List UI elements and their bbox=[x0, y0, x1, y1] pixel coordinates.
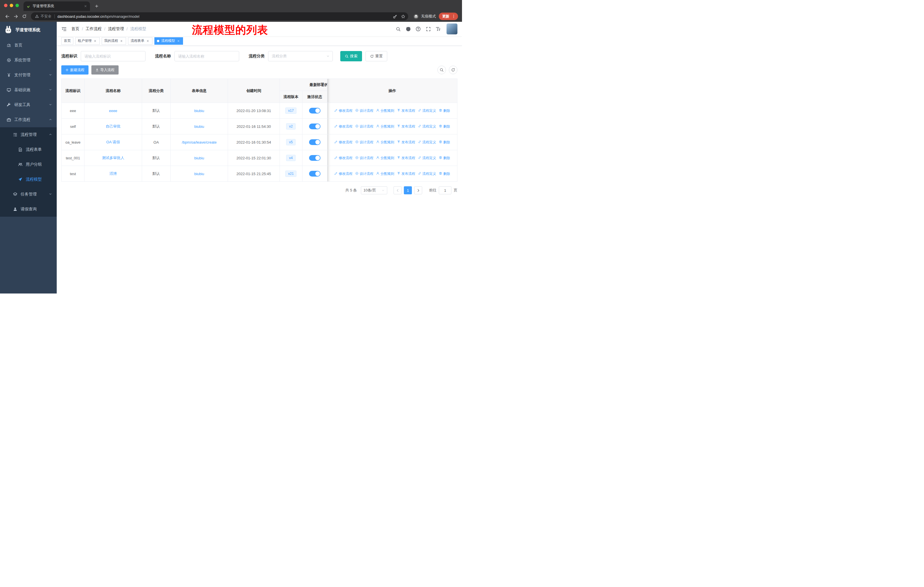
action-assign-rule[interactable]: 分配规则 bbox=[376, 171, 394, 176]
action-publish-process[interactable]: 发布流程 bbox=[397, 124, 415, 129]
tag-my-process[interactable]: 我的流程 bbox=[102, 37, 126, 45]
active-toggle[interactable] bbox=[309, 108, 320, 114]
forward-button[interactable] bbox=[12, 12, 20, 21]
process-name-link[interactable]: 滔博 bbox=[109, 171, 117, 176]
sidebar-item-infrastructure[interactable]: 基础设施 bbox=[0, 83, 57, 98]
goto-page-input[interactable] bbox=[439, 186, 451, 194]
not-secure-badge[interactable]: 不安全 bbox=[35, 14, 51, 19]
close-icon[interactable] bbox=[177, 39, 180, 43]
font-size-icon[interactable] bbox=[435, 26, 441, 32]
active-toggle[interactable] bbox=[309, 124, 320, 129]
action-design-process[interactable]: 设计流程 bbox=[355, 140, 373, 145]
window-zoom-button[interactable] bbox=[15, 4, 19, 7]
tag-home[interactable]: 首页 bbox=[61, 37, 73, 45]
sidebar-item-user-group[interactable]: 用户分组 bbox=[0, 157, 57, 172]
sidebar-item-home[interactable]: 首页 bbox=[0, 38, 57, 53]
new-tab-button[interactable] bbox=[92, 2, 101, 10]
sidebar-item-leave-query[interactable]: 请假查询 bbox=[0, 202, 57, 217]
avatar[interactable] bbox=[447, 23, 457, 35]
action-process-definition[interactable]: 流程定义 bbox=[418, 108, 436, 113]
action-edit-process[interactable]: 修改流程 bbox=[334, 124, 352, 129]
action-design-process[interactable]: 设计流程 bbox=[355, 108, 373, 113]
action-design-process[interactable]: 设计流程 bbox=[355, 124, 373, 129]
refresh-table-button[interactable] bbox=[449, 66, 457, 74]
action-delete-process[interactable]: 删除 bbox=[439, 124, 450, 129]
active-toggle[interactable] bbox=[309, 171, 320, 177]
process-id-input[interactable] bbox=[81, 51, 145, 61]
window-minimize-button[interactable] bbox=[10, 4, 13, 7]
form-info-link[interactable]: /bpm/oa/leave/create bbox=[182, 140, 216, 144]
breadcrumb-item-home[interactable]: 首页 bbox=[71, 26, 79, 31]
create-process-button[interactable]: 新建流程 bbox=[61, 65, 89, 74]
tag-process-form[interactable]: 流程表单 bbox=[128, 37, 152, 45]
reset-button[interactable]: 重置 bbox=[365, 51, 387, 61]
action-delete-process[interactable]: 删除 bbox=[439, 171, 450, 176]
action-publish-process[interactable]: 发布流程 bbox=[397, 108, 415, 113]
action-edit-process[interactable]: 修改流程 bbox=[334, 171, 352, 176]
action-publish-process[interactable]: 发布流程 bbox=[397, 171, 415, 176]
update-button[interactable]: 更新 bbox=[439, 13, 458, 20]
back-button[interactable] bbox=[3, 12, 12, 21]
breadcrumb-item-process-management[interactable]: 流程管理 bbox=[108, 26, 124, 31]
action-process-definition[interactable]: 流程定义 bbox=[418, 140, 436, 145]
action-process-definition[interactable]: 流程定义 bbox=[418, 124, 436, 129]
close-icon[interactable] bbox=[119, 39, 124, 43]
password-key-icon[interactable] bbox=[391, 12, 399, 20]
app-logo[interactable]: 芋道管理系统 bbox=[0, 22, 57, 38]
sidebar-item-process-form[interactable]: 流程表单 bbox=[0, 142, 57, 157]
form-info-link[interactable]: biubiu bbox=[194, 124, 204, 129]
sidebar-item-process-model[interactable]: 流程模型 bbox=[0, 172, 57, 187]
action-assign-rule[interactable]: 分配规则 bbox=[376, 140, 394, 145]
toggle-search-button[interactable] bbox=[437, 66, 446, 74]
github-icon[interactable] bbox=[405, 26, 411, 32]
action-publish-process[interactable]: 发布流程 bbox=[397, 155, 415, 160]
close-icon[interactable] bbox=[93, 39, 97, 43]
active-toggle[interactable] bbox=[309, 155, 320, 161]
action-delete-process[interactable]: 删除 bbox=[439, 108, 450, 113]
sidebar-item-payment-management[interactable]: 支付管理 bbox=[0, 68, 57, 83]
process-name-link[interactable]: OA 请假 bbox=[106, 140, 120, 144]
sidebar-item-dev-tools[interactable]: 研发工具 bbox=[0, 98, 57, 112]
action-process-definition[interactable]: 流程定义 bbox=[418, 171, 436, 176]
tab-close-icon[interactable] bbox=[84, 5, 87, 8]
browser-menu-dots-icon[interactable] bbox=[450, 13, 457, 20]
active-toggle[interactable] bbox=[309, 139, 320, 145]
search-button[interactable]: 搜索 bbox=[340, 51, 362, 61]
action-design-process[interactable]: 设计流程 bbox=[355, 155, 373, 160]
help-icon[interactable] bbox=[415, 26, 421, 32]
tag-process-model[interactable]: 流程模型 bbox=[154, 37, 183, 45]
bookmark-star-icon[interactable] bbox=[399, 12, 407, 20]
sidebar-item-task-management[interactable]: 任务管理 bbox=[0, 187, 57, 202]
collapse-sidebar-icon[interactable] bbox=[61, 26, 67, 32]
action-assign-rule[interactable]: 分配规则 bbox=[376, 155, 394, 160]
breadcrumb-item-workflow[interactable]: 工作流程 bbox=[86, 26, 102, 31]
reload-button[interactable] bbox=[20, 12, 29, 21]
form-info-link[interactable]: biubiu bbox=[194, 172, 204, 176]
process-name-link[interactable]: eeee bbox=[109, 109, 117, 113]
action-assign-rule[interactable]: 分配规则 bbox=[376, 108, 394, 113]
browser-tab[interactable]: 芋道管理系统 bbox=[23, 2, 90, 11]
window-close-button[interactable] bbox=[4, 4, 7, 7]
page-1-button[interactable]: 1 bbox=[404, 186, 412, 194]
action-edit-process[interactable]: 修改流程 bbox=[334, 140, 352, 145]
process-name-input[interactable] bbox=[175, 51, 239, 61]
address-bar[interactable]: 不安全 dashboard.yudao.iocoder.cn/bpm/manag… bbox=[31, 12, 408, 20]
prev-page-button[interactable] bbox=[394, 186, 402, 194]
sidebar-item-process-management[interactable]: 流程管理 bbox=[0, 127, 57, 142]
next-page-button[interactable] bbox=[414, 186, 422, 194]
action-process-definition[interactable]: 流程定义 bbox=[418, 155, 436, 160]
page-size-select[interactable]: 10条/页 bbox=[361, 186, 387, 194]
action-edit-process[interactable]: 修改流程 bbox=[334, 108, 352, 113]
action-design-process[interactable]: 设计流程 bbox=[355, 171, 373, 176]
action-delete-process[interactable]: 删除 bbox=[439, 140, 450, 145]
action-publish-process[interactable]: 发布流程 bbox=[397, 140, 415, 145]
process-category-select[interactable]: 流程分类 bbox=[268, 51, 333, 61]
sidebar-item-system-management[interactable]: 系统管理 bbox=[0, 53, 57, 68]
fullscreen-icon[interactable] bbox=[425, 26, 431, 32]
close-icon[interactable] bbox=[146, 39, 150, 43]
import-process-button[interactable]: 导入流程 bbox=[91, 65, 119, 74]
action-delete-process[interactable]: 删除 bbox=[439, 155, 450, 160]
process-name-link[interactable]: 自己审批 bbox=[106, 124, 120, 128]
form-info-link[interactable]: biubiu bbox=[194, 109, 204, 113]
sidebar-item-workflow[interactable]: 工作流程 bbox=[0, 112, 57, 127]
